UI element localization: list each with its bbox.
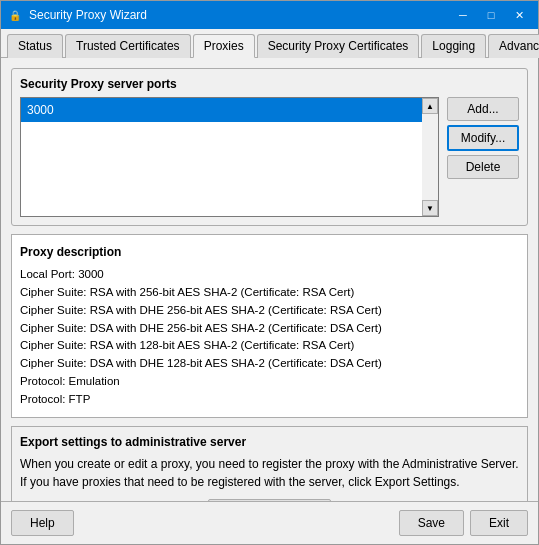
tab-logging[interactable]: Logging <box>421 34 486 58</box>
proxy-desc-content: Local Port: 3000 Cipher Suite: RSA with … <box>20 266 519 409</box>
port-item-3000[interactable]: 3000 <box>21 98 438 122</box>
desc-line-5: Cipher Suite: DSA with DHE 128-bit AES S… <box>20 355 519 373</box>
app-icon: 🔒 <box>7 7 23 23</box>
footer: Help Save Exit <box>1 501 538 544</box>
desc-line-2: Cipher Suite: RSA with DHE 256-bit AES S… <box>20 302 519 320</box>
desc-line-3: Cipher Suite: DSA with DHE 256-bit AES S… <box>20 320 519 338</box>
footer-left: Help <box>11 510 74 536</box>
export-description: When you create or edit a proxy, you nee… <box>20 455 519 491</box>
tab-bar: Status Trusted Certificates Proxies Secu… <box>1 29 538 58</box>
close-button[interactable]: ✕ <box>506 6 532 24</box>
desc-line-0: Local Port: 3000 <box>20 266 519 284</box>
proxy-desc-title: Proxy description <box>20 243 519 262</box>
main-window: 🔒 Security Proxy Wizard ─ □ ✕ Status Tru… <box>0 0 539 545</box>
tab-proxies[interactable]: Proxies <box>193 34 255 58</box>
scroll-down-arrow[interactable]: ▼ <box>422 200 438 216</box>
proxy-ports-section: Security Proxy server ports 3000 ▲ ▼ Add… <box>11 68 528 226</box>
title-bar: 🔒 Security Proxy Wizard ─ □ ✕ <box>1 1 538 29</box>
tab-status[interactable]: Status <box>7 34 63 58</box>
export-section: Export settings to administrative server… <box>11 426 528 501</box>
export-title: Export settings to administrative server <box>20 435 519 449</box>
exit-button[interactable]: Exit <box>470 510 528 536</box>
ports-list[interactable]: 3000 ▲ ▼ <box>20 97 439 217</box>
tab-advanced-settings[interactable]: Advanced Settings <box>488 34 539 58</box>
tab-security-proxy-certificates[interactable]: Security Proxy Certificates <box>257 34 420 58</box>
maximize-button[interactable]: □ <box>478 6 504 24</box>
minimize-button[interactable]: ─ <box>450 6 476 24</box>
save-button[interactable]: Save <box>399 510 464 536</box>
help-button[interactable]: Help <box>11 510 74 536</box>
desc-line-4: Cipher Suite: RSA with 128-bit AES SHA-2… <box>20 337 519 355</box>
desc-line-1: Cipher Suite: RSA with 256-bit AES SHA-2… <box>20 284 519 302</box>
desc-line-6: Protocol: Emulation <box>20 373 519 391</box>
tab-trusted-certificates[interactable]: Trusted Certificates <box>65 34 191 58</box>
modify-button[interactable]: Modify... <box>447 125 519 151</box>
footer-right: Save Exit <box>399 510 528 536</box>
window-title: Security Proxy Wizard <box>29 8 450 22</box>
add-button[interactable]: Add... <box>447 97 519 121</box>
desc-line-7: Protocol: FTP <box>20 391 519 409</box>
delete-button[interactable]: Delete <box>447 155 519 179</box>
proxy-description-box: Proxy description Local Port: 3000 Ciphe… <box>11 234 528 418</box>
window-controls: ─ □ ✕ <box>450 6 532 24</box>
ports-buttons: Add... Modify... Delete <box>447 97 519 217</box>
scroll-up-arrow[interactable]: ▲ <box>422 98 438 114</box>
proxy-ports-label: Security Proxy server ports <box>20 77 519 91</box>
proxy-ports-area: 3000 ▲ ▼ Add... Modify... Delete <box>20 97 519 217</box>
scroll-track <box>422 114 438 200</box>
main-content: Security Proxy server ports 3000 ▲ ▼ Add… <box>1 58 538 501</box>
